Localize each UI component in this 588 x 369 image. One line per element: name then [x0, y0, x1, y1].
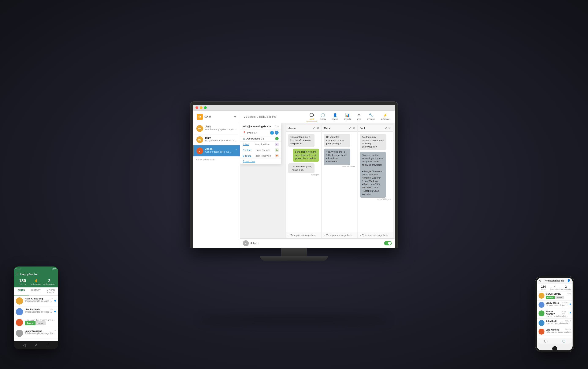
chat-input-bar-mark: › [322, 232, 357, 238]
iphone-avatar-sandy [538, 302, 545, 308]
minimize-button[interactable] [200, 106, 203, 109]
availability-toggle[interactable] [384, 241, 392, 245]
iphone-chat-name-lora: Lora Morales [546, 329, 559, 331]
iphone-stat-visitors: 180 Visitors [538, 285, 549, 290]
iphone-clock-icon[interactable]: 🕐 [562, 340, 565, 343]
nav-icon-chat[interactable]: 💬 chat [307, 112, 317, 122]
iphone-chat-item-sandy[interactable]: Sandy Jones 8:30 AM I'm trying to instal… [537, 300, 573, 309]
android-ignore-button[interactable]: Ignore [35, 321, 46, 325]
android-accept-button[interactable]: Accept [25, 321, 35, 325]
android-chat-item-incoming[interactable]: ...message that crosses and goes on for … [14, 317, 58, 328]
customer-company: Acmewidgets Co [247, 137, 264, 140]
iphone-avatar-manuel [538, 293, 545, 299]
android-chat-info-alvin: Alvin Armstrong 2h This is a sample mess… [25, 297, 53, 302]
chat-window-header-mark: Mark ⤢ ✕ [322, 125, 357, 132]
nav-icon-agents[interactable]: 👤 agents [329, 112, 341, 122]
android-chat-preview-alvin: This is a sample message that crosses ov… [25, 300, 53, 302]
iphone-chat-preview-hannah: How do I install the chat widget on my..… [546, 315, 568, 317]
message-item: Sure, Robin from the sales team will ema… [293, 149, 319, 162]
iphone-chat-item-manuel[interactable]: Manuel Stanley 00:46 Accept Ignore [537, 291, 573, 300]
close-button[interactable] [196, 106, 198, 109]
agent-chevron-icon[interactable]: ▾ [258, 242, 259, 244]
iphone-chat-preview-sandy: I'm trying to install your code on our..… [546, 304, 568, 306]
deal-link-happyfox[interactable]: 6 tickets [243, 154, 251, 157]
agent-name: John [250, 242, 256, 245]
android-active-chats-count: 4 [35, 278, 37, 283]
close-chat-icon[interactable]: ✕ [317, 127, 319, 130]
pipedrive-icon: P [275, 143, 279, 146]
iphone-chat-item-lora[interactable]: Lora Morales 8:15 AM Hola, Necisito ayud… [537, 327, 573, 336]
android-recents-button[interactable]: □ [47, 343, 49, 347]
iphone-chat-name-manuel: Manuel Stanley [546, 293, 561, 295]
expand-icon[interactable]: ⤢ [349, 127, 351, 130]
nav-icon-reports[interactable]: 📊 reports [341, 112, 354, 122]
iphone-chat-item-john[interactable]: John Smith 8:21 AM How can I upgrade the… [537, 319, 573, 327]
maximize-button[interactable] [204, 106, 207, 109]
manage-icon: 🔧 [369, 113, 373, 117]
nav-icon-agents-label: agents [332, 118, 338, 120]
chat-list-item-mark[interactable]: Ma Mark Do you offer academic or non-... [193, 134, 240, 145]
deal-link-pipedrive[interactable]: 1 deal [243, 143, 249, 146]
chat-input-bar-jason: › [286, 232, 321, 238]
android-tab-chats[interactable]: CHATS [14, 287, 29, 296]
android-chat-info-lisa: Lisa Richards 10h This is a sample messa… [25, 308, 53, 313]
input-arrow-icon: › [360, 234, 361, 237]
android-chat-item-alvin[interactable]: Alvin Armstrong 2h This is a sample mess… [14, 296, 58, 307]
nav-icon-manage[interactable]: 🔧 manage [364, 112, 378, 122]
expand-icon[interactable]: ⤢ [385, 127, 387, 130]
android-accept-row: Accept Ignore [25, 321, 56, 325]
android-tab-missed[interactable]: MISSED CHATS [43, 287, 58, 296]
iphone-home-button[interactable] [552, 346, 557, 351]
iphone-chat-name-hannah: Hannah Kennedy [546, 310, 562, 315]
chat-window-header-jason: Jason ⤢ ✕ [286, 125, 321, 132]
android-back-button[interactable]: ◁ [23, 343, 25, 347]
chat-window-title-jason: Jason [288, 127, 296, 130]
nav-icon-history[interactable]: 🕐 history [317, 112, 329, 122]
nav-icon-apps[interactable]: ⚙ apps [354, 112, 364, 122]
nav-icon-automate[interactable]: ⚡ automate [378, 112, 392, 122]
add-chat-button[interactable]: + [234, 114, 236, 119]
message-timestamp: 12:20 pm [288, 174, 319, 176]
iphone-nav-bar: ⚙ AcmeWidgets Inc 👤 [537, 278, 573, 284]
chat-list-item-jason[interactable]: J Jason Can our team get a live 1-on-...… [193, 145, 240, 157]
close-chat-icon[interactable]: ✕ [388, 127, 391, 130]
flag-icon: 🌐 [270, 131, 274, 135]
iphone-accept-button-manuel[interactable]: Accept [546, 296, 555, 299]
unread-badge [570, 304, 571, 305]
iphone-ignore-button-manuel[interactable]: Ignore [556, 296, 564, 299]
iphone-settings-icon[interactable]: ⚙ [539, 279, 542, 282]
close-chat-icon[interactable]: ✕ [352, 127, 355, 130]
android-time: 12:00 [52, 268, 56, 270]
deal-row-pipedrive: 1 deal from pipedrive P [240, 142, 281, 147]
monitor-stand-base [260, 256, 328, 261]
iphone-chat-preview-john: How can I upgrade the plan? This app... [546, 322, 571, 324]
android-tab-history[interactable]: HISTORY [29, 287, 43, 296]
chat-info-jack: Jack Are there any system requirem... [205, 125, 237, 131]
chat-window-title-mark: Mark [324, 127, 330, 130]
iphone-person-icon[interactable]: 👤 [567, 279, 570, 282]
chat-input-jason[interactable] [291, 234, 320, 236]
avatar-jason: J [196, 147, 203, 154]
android-chat-item-lester[interactable]: Lester Nygaard 2d This is a sample messa… [14, 328, 58, 339]
deal-row-shopify: 2 orders from Shopify 🛍 [240, 147, 281, 153]
customer-company-row: 🏢 Acmewidgets Co 1 [240, 136, 281, 142]
iphone-chat-tab-icon[interactable]: 💬 [544, 340, 547, 343]
deal-link-shopify[interactable]: 2 orders [243, 149, 251, 151]
avatar-jack: Ma [196, 125, 203, 132]
chat-list-item-jack[interactable]: Ma Jack Are there any system requirem... [193, 123, 240, 134]
past-chats-link[interactable]: 6 past chats [240, 159, 281, 164]
iphone-chat-list: Manuel Stanley 00:46 Accept Ignore Sandy… [537, 291, 573, 338]
chat-input-jack[interactable] [362, 234, 391, 236]
hamburger-icon[interactable]: ☰ [16, 272, 19, 276]
chat-input-mark[interactable] [326, 234, 355, 236]
iphone-chat-item-hannah[interactable]: Hannah Kennedy 8:30 AM How do I install … [537, 309, 573, 319]
iphone-stats-row: 180 Visitors 4 Active Chats 2 Agents Onl… [537, 284, 573, 291]
android-home-button[interactable]: ○ [35, 343, 37, 347]
app-chrome: Chat + 20 visitors, 3 chats, 2 agents 💬 … [193, 105, 395, 248]
android-chat-item-lisa[interactable]: Lisa Richards 10h This is a sample messa… [14, 307, 58, 317]
chat-windows-row: Jason ⤢ ✕ Can our team get a live 1-on-1… [284, 123, 395, 238]
monitor-stand-neck [281, 248, 307, 256]
nav-icon-history-label: history [320, 118, 326, 120]
expand-icon[interactable]: ⤢ [313, 127, 315, 130]
chat-icon: 💬 [309, 113, 314, 117]
